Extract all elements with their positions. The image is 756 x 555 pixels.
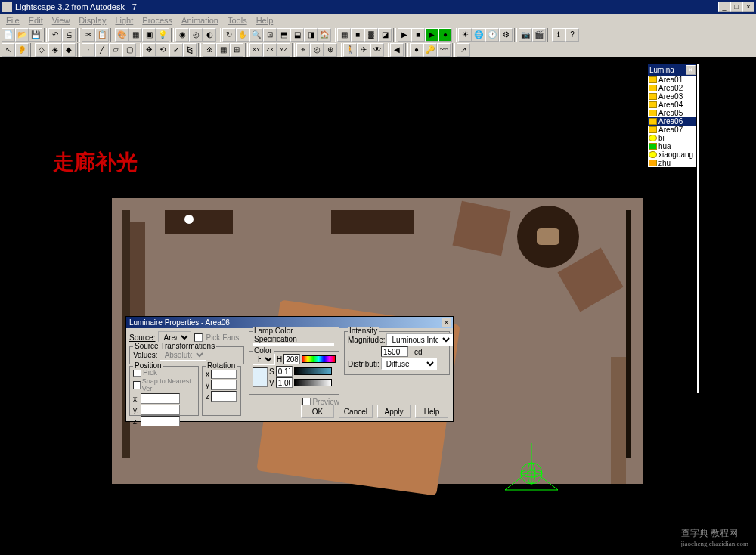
menu-display[interactable]: Display bbox=[74, 16, 110, 25]
hue-strip[interactable] bbox=[302, 355, 336, 363]
tool-print-icon[interactable]: 🖨 bbox=[62, 28, 76, 42]
rot-x-input[interactable] bbox=[211, 368, 237, 379]
restore-button[interactable]: □ bbox=[730, 2, 742, 12]
tool-zx-icon[interactable]: ZX bbox=[263, 43, 277, 57]
lumina-item-zhu[interactable]: zhu bbox=[648, 159, 696, 167]
magnitude-input[interactable] bbox=[381, 346, 408, 357]
lumina-close-icon[interactable]: × bbox=[686, 65, 696, 75]
tool-pick3-icon[interactable]: ◆ bbox=[62, 43, 76, 57]
lumina-item-Area07[interactable]: Area07 bbox=[648, 126, 696, 134]
lumina-item-bi[interactable]: bi bbox=[648, 134, 696, 142]
tool-sun-icon[interactable]: ☀ bbox=[458, 28, 472, 42]
tool-view-top-icon[interactable]: ⬒ bbox=[277, 28, 290, 42]
tool-path-icon[interactable]: 〰 bbox=[437, 43, 451, 57]
tool-rotate-icon[interactable]: ⟲ bbox=[156, 43, 169, 57]
apply-button[interactable]: Apply bbox=[377, 405, 411, 418]
tool-wire-icon[interactable]: ▦ bbox=[337, 28, 351, 42]
lumina-title[interactable]: Lumina × bbox=[648, 64, 696, 76]
tool-settings-icon[interactable]: ⚙ bbox=[499, 28, 513, 42]
tool-select-icon[interactable]: ↖ bbox=[2, 43, 15, 57]
h-input[interactable] bbox=[284, 354, 300, 364]
tool-mirror-icon[interactable]: ⧎ bbox=[183, 43, 197, 57]
tool-globe-icon[interactable]: 🌐 bbox=[472, 28, 485, 42]
tool-both-icon[interactable]: ⊕ bbox=[324, 43, 337, 57]
tool-snap-icon[interactable]: ※ bbox=[203, 43, 216, 57]
tool-export-icon[interactable]: ↗ bbox=[457, 43, 470, 57]
tool-texture-icon[interactable]: ◪ bbox=[378, 28, 392, 42]
tool-point-icon[interactable]: · bbox=[82, 43, 95, 57]
s-input[interactable] bbox=[276, 366, 293, 377]
tool-save-icon[interactable]: 💾 bbox=[29, 28, 42, 42]
dialog-close-icon[interactable]: × bbox=[442, 318, 451, 327]
pos-z-input[interactable] bbox=[141, 416, 180, 426]
tool-anim-icon[interactable]: 🎬 bbox=[532, 28, 546, 42]
tool-scale-icon[interactable]: ⤢ bbox=[169, 43, 183, 57]
tool-open-icon[interactable]: 📂 bbox=[15, 28, 29, 42]
lumina-panel[interactable]: Lumina × Area01Area02Area03Area04Area05A… bbox=[647, 64, 697, 168]
tool-new-icon[interactable]: 📄 bbox=[2, 28, 15, 42]
tool-target-icon[interactable]: ◎ bbox=[310, 43, 324, 57]
tool-paste-icon[interactable]: 📋 bbox=[95, 28, 109, 42]
lumina-item-Area05[interactable]: Area05 bbox=[648, 109, 696, 117]
tool-camera-icon[interactable]: 📷 bbox=[519, 28, 532, 42]
tool-xy-icon[interactable]: XY bbox=[249, 43, 263, 57]
pos-y-input[interactable] bbox=[141, 405, 180, 415]
distribution-select[interactable]: Diffuse bbox=[381, 358, 437, 370]
tool-block-icon[interactable]: ▣ bbox=[142, 28, 156, 42]
tool-yz-icon[interactable]: YZ bbox=[277, 43, 290, 57]
tool-help-icon[interactable]: ? bbox=[565, 28, 579, 42]
pos-x-input[interactable] bbox=[141, 393, 180, 404]
menu-light[interactable]: Light bbox=[110, 16, 138, 25]
tool-zoom-icon[interactable]: 🔍 bbox=[249, 28, 263, 42]
tool-info-icon[interactable]: ℹ bbox=[552, 28, 565, 42]
lumina-item-Area06[interactable]: Area06 bbox=[648, 117, 696, 126]
tool-rec-icon[interactable]: ● bbox=[410, 43, 423, 57]
tool-light-icon[interactable]: 💡 bbox=[156, 28, 169, 42]
cancel-button[interactable]: Cancel bbox=[339, 405, 373, 418]
lumina-list[interactable]: Area01Area02Area03Area04Area05Area06Area… bbox=[648, 76, 696, 167]
colormode-select[interactable]: HSV bbox=[253, 353, 275, 365]
viewport[interactable]: 走廊补光 bbox=[0, 57, 756, 555]
tool-eye-icon[interactable]: 👁 bbox=[370, 43, 384, 57]
tool-process-icon[interactable]: ▶ bbox=[425, 28, 438, 42]
tool-obj-icon[interactable]: ▢ bbox=[122, 43, 136, 57]
ok-button[interactable]: OK bbox=[301, 405, 334, 418]
menu-view[interactable]: View bbox=[48, 16, 75, 25]
tool-pick2-icon[interactable]: ◈ bbox=[48, 43, 62, 57]
lumina-item-Area03[interactable]: Area03 bbox=[648, 92, 696, 101]
tool-shade-icon[interactable]: ■ bbox=[351, 28, 364, 42]
tool-line-icon[interactable]: ╱ bbox=[95, 43, 109, 57]
snap-checkbox[interactable] bbox=[133, 381, 141, 389]
tool-orbit-icon[interactable]: ↻ bbox=[222, 28, 236, 42]
tool-material-icon[interactable]: 🎨 bbox=[115, 28, 129, 42]
lumina-item-Area04[interactable]: Area04 bbox=[648, 101, 696, 109]
tool-zoomext-icon[interactable]: ⊡ bbox=[263, 28, 277, 42]
tool-2-icon[interactable]: ◎ bbox=[189, 28, 203, 42]
tool-back-icon[interactable]: ◀ bbox=[390, 43, 404, 57]
v-input[interactable] bbox=[276, 377, 293, 388]
lumina-item-xiaoguang[interactable]: xiaoguang bbox=[648, 150, 696, 159]
menu-animation[interactable]: Animation bbox=[177, 16, 223, 25]
menu-process[interactable]: Process bbox=[138, 16, 177, 25]
pickfans-checkbox[interactable] bbox=[194, 333, 203, 342]
tool-3-icon[interactable]: ◐ bbox=[203, 28, 216, 42]
tool-clock-icon[interactable]: 🕐 bbox=[485, 28, 499, 42]
tool-walk-icon[interactable]: 🚶 bbox=[343, 43, 357, 57]
tool-view-front-icon[interactable]: ⬓ bbox=[290, 28, 304, 42]
close-button[interactable]: × bbox=[742, 2, 754, 12]
tool-pick1-icon[interactable]: ◇ bbox=[35, 43, 48, 57]
help-button[interactable]: Help bbox=[415, 405, 448, 418]
tool-listen-icon[interactable]: 👂 bbox=[15, 43, 29, 57]
tool-view-side-icon[interactable]: ◨ bbox=[304, 28, 318, 42]
tool-render-icon[interactable]: ▓ bbox=[364, 28, 378, 42]
tool-undo-icon[interactable]: ↶ bbox=[48, 28, 62, 42]
tool-home-icon[interactable]: 🏠 bbox=[318, 28, 331, 42]
color-swatch[interactable] bbox=[253, 367, 268, 387]
rot-z-input[interactable] bbox=[211, 391, 237, 402]
tool-cut-icon[interactable]: ✂ bbox=[82, 28, 95, 42]
magnitude-type-select[interactable]: Luminous Intensity bbox=[386, 333, 453, 346]
tool-pan-icon[interactable]: ✋ bbox=[236, 28, 249, 42]
tool-aim-icon[interactable]: ⌖ bbox=[296, 43, 310, 57]
tool-face-icon[interactable]: ▱ bbox=[109, 43, 122, 57]
menu-tools[interactable]: Tools bbox=[223, 16, 252, 25]
